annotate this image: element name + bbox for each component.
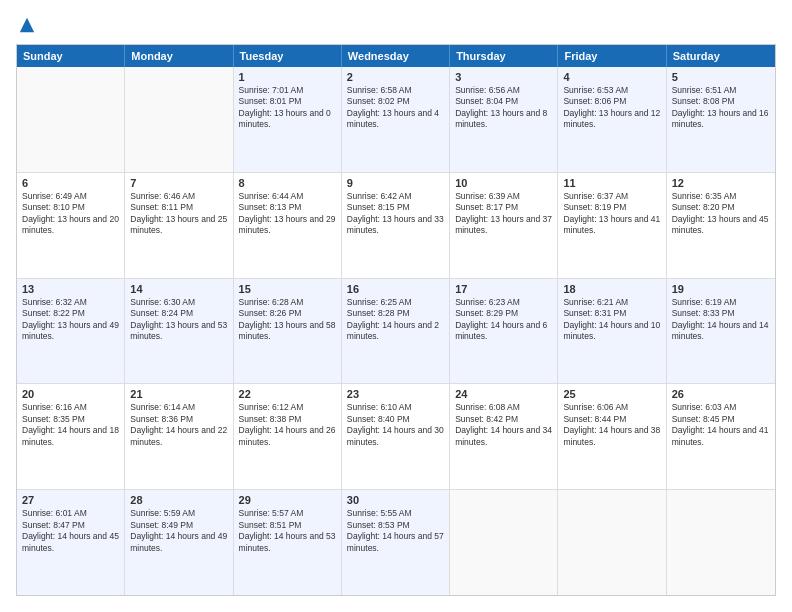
day-number: 15 xyxy=(239,283,336,295)
day-number: 24 xyxy=(455,388,552,400)
day-number: 23 xyxy=(347,388,444,400)
day-info: Sunrise: 6:12 AMSunset: 8:38 PMDaylight:… xyxy=(239,402,336,448)
day-info: Sunrise: 5:55 AMSunset: 8:53 PMDaylight:… xyxy=(347,508,444,554)
day-info: Sunrise: 6:23 AMSunset: 8:29 PMDaylight:… xyxy=(455,297,552,343)
day-number: 29 xyxy=(239,494,336,506)
day-header-tuesday: Tuesday xyxy=(234,45,342,67)
day-info: Sunrise: 6:06 AMSunset: 8:44 PMDaylight:… xyxy=(563,402,660,448)
day-info: Sunrise: 6:37 AMSunset: 8:19 PMDaylight:… xyxy=(563,191,660,237)
calendar-row: 20Sunrise: 6:16 AMSunset: 8:35 PMDayligh… xyxy=(17,383,775,489)
day-number: 25 xyxy=(563,388,660,400)
logo-text xyxy=(16,16,36,34)
day-number: 30 xyxy=(347,494,444,506)
calendar-row: 6Sunrise: 6:49 AMSunset: 8:10 PMDaylight… xyxy=(17,172,775,278)
calendar-header: SundayMondayTuesdayWednesdayThursdayFrid… xyxy=(17,45,775,67)
calendar-row: 13Sunrise: 6:32 AMSunset: 8:22 PMDayligh… xyxy=(17,278,775,384)
day-cell-12: 12Sunrise: 6:35 AMSunset: 8:20 PMDayligh… xyxy=(667,173,775,278)
day-info: Sunrise: 6:14 AMSunset: 8:36 PMDaylight:… xyxy=(130,402,227,448)
day-info: Sunrise: 6:56 AMSunset: 8:04 PMDaylight:… xyxy=(455,85,552,131)
day-cell-8: 8Sunrise: 6:44 AMSunset: 8:13 PMDaylight… xyxy=(234,173,342,278)
calendar: SundayMondayTuesdayWednesdayThursdayFrid… xyxy=(16,44,776,596)
day-cell-1: 1Sunrise: 7:01 AMSunset: 8:01 PMDaylight… xyxy=(234,67,342,172)
day-cell-11: 11Sunrise: 6:37 AMSunset: 8:19 PMDayligh… xyxy=(558,173,666,278)
day-cell-25: 25Sunrise: 6:06 AMSunset: 8:44 PMDayligh… xyxy=(558,384,666,489)
day-info: Sunrise: 6:08 AMSunset: 8:42 PMDaylight:… xyxy=(455,402,552,448)
day-number: 1 xyxy=(239,71,336,83)
empty-cell xyxy=(17,67,125,172)
day-number: 21 xyxy=(130,388,227,400)
day-info: Sunrise: 6:39 AMSunset: 8:17 PMDaylight:… xyxy=(455,191,552,237)
day-cell-24: 24Sunrise: 6:08 AMSunset: 8:42 PMDayligh… xyxy=(450,384,558,489)
day-cell-9: 9Sunrise: 6:42 AMSunset: 8:15 PMDaylight… xyxy=(342,173,450,278)
day-cell-20: 20Sunrise: 6:16 AMSunset: 8:35 PMDayligh… xyxy=(17,384,125,489)
day-number: 19 xyxy=(672,283,770,295)
day-header-friday: Friday xyxy=(558,45,666,67)
day-info: Sunrise: 6:49 AMSunset: 8:10 PMDaylight:… xyxy=(22,191,119,237)
day-cell-17: 17Sunrise: 6:23 AMSunset: 8:29 PMDayligh… xyxy=(450,279,558,384)
day-info: Sunrise: 6:01 AMSunset: 8:47 PMDaylight:… xyxy=(22,508,119,554)
day-number: 26 xyxy=(672,388,770,400)
day-cell-30: 30Sunrise: 5:55 AMSunset: 8:53 PMDayligh… xyxy=(342,490,450,595)
day-number: 13 xyxy=(22,283,119,295)
day-info: Sunrise: 6:21 AMSunset: 8:31 PMDaylight:… xyxy=(563,297,660,343)
day-info: Sunrise: 5:59 AMSunset: 8:49 PMDaylight:… xyxy=(130,508,227,554)
day-info: Sunrise: 6:53 AMSunset: 8:06 PMDaylight:… xyxy=(563,85,660,131)
day-cell-3: 3Sunrise: 6:56 AMSunset: 8:04 PMDaylight… xyxy=(450,67,558,172)
calendar-row: 27Sunrise: 6:01 AMSunset: 8:47 PMDayligh… xyxy=(17,489,775,595)
day-number: 10 xyxy=(455,177,552,189)
day-info: Sunrise: 6:35 AMSunset: 8:20 PMDaylight:… xyxy=(672,191,770,237)
day-cell-14: 14Sunrise: 6:30 AMSunset: 8:24 PMDayligh… xyxy=(125,279,233,384)
day-cell-29: 29Sunrise: 5:57 AMSunset: 8:51 PMDayligh… xyxy=(234,490,342,595)
day-number: 8 xyxy=(239,177,336,189)
day-number: 7 xyxy=(130,177,227,189)
day-number: 27 xyxy=(22,494,119,506)
day-cell-15: 15Sunrise: 6:28 AMSunset: 8:26 PMDayligh… xyxy=(234,279,342,384)
day-cell-5: 5Sunrise: 6:51 AMSunset: 8:08 PMDaylight… xyxy=(667,67,775,172)
day-info: Sunrise: 6:25 AMSunset: 8:28 PMDaylight:… xyxy=(347,297,444,343)
calendar-body: 1Sunrise: 7:01 AMSunset: 8:01 PMDaylight… xyxy=(17,67,775,595)
day-cell-26: 26Sunrise: 6:03 AMSunset: 8:45 PMDayligh… xyxy=(667,384,775,489)
calendar-row: 1Sunrise: 7:01 AMSunset: 8:01 PMDaylight… xyxy=(17,67,775,172)
empty-cell xyxy=(667,490,775,595)
day-info: Sunrise: 6:10 AMSunset: 8:40 PMDaylight:… xyxy=(347,402,444,448)
day-number: 18 xyxy=(563,283,660,295)
day-number: 5 xyxy=(672,71,770,83)
day-info: Sunrise: 6:30 AMSunset: 8:24 PMDaylight:… xyxy=(130,297,227,343)
day-info: Sunrise: 6:28 AMSunset: 8:26 PMDaylight:… xyxy=(239,297,336,343)
day-info: Sunrise: 6:58 AMSunset: 8:02 PMDaylight:… xyxy=(347,85,444,131)
page: SundayMondayTuesdayWednesdayThursdayFrid… xyxy=(0,0,792,612)
day-cell-7: 7Sunrise: 6:46 AMSunset: 8:11 PMDaylight… xyxy=(125,173,233,278)
day-cell-6: 6Sunrise: 6:49 AMSunset: 8:10 PMDaylight… xyxy=(17,173,125,278)
day-cell-18: 18Sunrise: 6:21 AMSunset: 8:31 PMDayligh… xyxy=(558,279,666,384)
day-info: Sunrise: 6:19 AMSunset: 8:33 PMDaylight:… xyxy=(672,297,770,343)
day-cell-16: 16Sunrise: 6:25 AMSunset: 8:28 PMDayligh… xyxy=(342,279,450,384)
day-info: Sunrise: 6:51 AMSunset: 8:08 PMDaylight:… xyxy=(672,85,770,131)
empty-cell xyxy=(450,490,558,595)
day-number: 3 xyxy=(455,71,552,83)
day-number: 11 xyxy=(563,177,660,189)
day-header-sunday: Sunday xyxy=(17,45,125,67)
day-number: 28 xyxy=(130,494,227,506)
day-header-wednesday: Wednesday xyxy=(342,45,450,67)
day-header-monday: Monday xyxy=(125,45,233,67)
day-header-saturday: Saturday xyxy=(667,45,775,67)
day-cell-19: 19Sunrise: 6:19 AMSunset: 8:33 PMDayligh… xyxy=(667,279,775,384)
day-cell-22: 22Sunrise: 6:12 AMSunset: 8:38 PMDayligh… xyxy=(234,384,342,489)
day-cell-21: 21Sunrise: 6:14 AMSunset: 8:36 PMDayligh… xyxy=(125,384,233,489)
day-number: 22 xyxy=(239,388,336,400)
day-header-thursday: Thursday xyxy=(450,45,558,67)
empty-cell xyxy=(125,67,233,172)
day-info: Sunrise: 6:32 AMSunset: 8:22 PMDaylight:… xyxy=(22,297,119,343)
day-info: Sunrise: 6:42 AMSunset: 8:15 PMDaylight:… xyxy=(347,191,444,237)
header xyxy=(16,16,776,34)
day-number: 16 xyxy=(347,283,444,295)
day-info: Sunrise: 6:16 AMSunset: 8:35 PMDaylight:… xyxy=(22,402,119,448)
empty-cell xyxy=(558,490,666,595)
day-cell-27: 27Sunrise: 6:01 AMSunset: 8:47 PMDayligh… xyxy=(17,490,125,595)
day-cell-2: 2Sunrise: 6:58 AMSunset: 8:02 PMDaylight… xyxy=(342,67,450,172)
day-number: 2 xyxy=(347,71,444,83)
logo-icon xyxy=(18,16,36,34)
day-number: 17 xyxy=(455,283,552,295)
day-cell-10: 10Sunrise: 6:39 AMSunset: 8:17 PMDayligh… xyxy=(450,173,558,278)
day-cell-13: 13Sunrise: 6:32 AMSunset: 8:22 PMDayligh… xyxy=(17,279,125,384)
